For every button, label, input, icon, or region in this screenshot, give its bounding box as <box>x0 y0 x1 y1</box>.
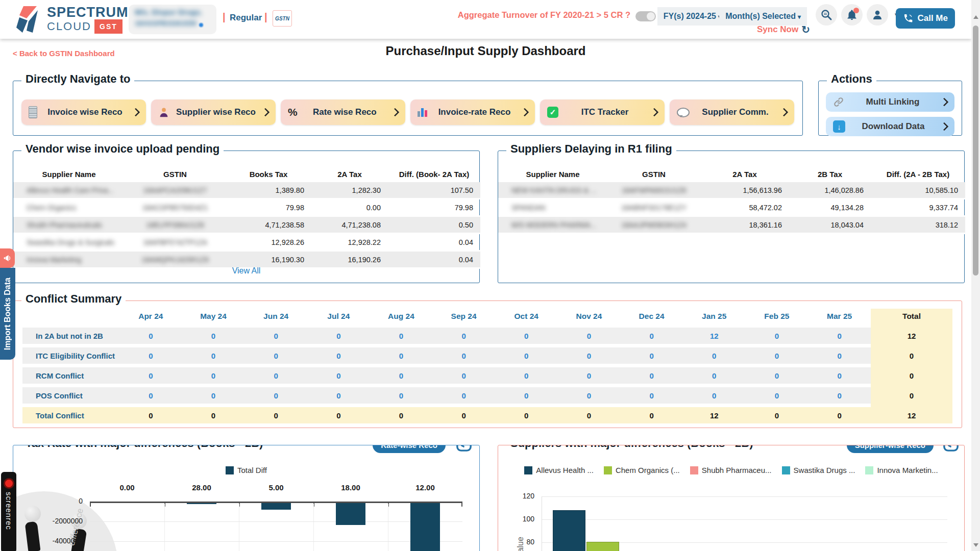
conflict-row-label: ITC Eligibility Conflict <box>22 347 119 364</box>
conflict-value[interactable]: 0 <box>432 328 495 344</box>
conflict-value[interactable]: 0 <box>244 387 307 404</box>
conflict-value[interactable]: 0 <box>119 367 182 384</box>
conflict-value[interactable]: 0 <box>370 328 433 344</box>
conflict-value[interactable]: 0 <box>808 387 871 404</box>
conflict-value[interactable]: 0 <box>182 407 245 423</box>
conflict-value[interactable]: 0 <box>683 347 746 364</box>
notifications-button[interactable] <box>841 4 863 26</box>
conflict-value[interactable]: 0 <box>746 387 808 404</box>
conflict-value[interactable]: 0 <box>683 387 746 404</box>
invoice-nav-button[interactable]: Invoice wise Reco <box>21 99 146 125</box>
search-gstin-button[interactable] <box>816 4 837 26</box>
conflict-value[interactable]: 0 <box>432 347 495 364</box>
conflict-value[interactable]: 0 <box>307 387 370 404</box>
conflict-value[interactable]: 0 <box>620 407 683 423</box>
conflict-value[interactable]: 0 <box>620 387 683 404</box>
conflict-value[interactable]: 12 <box>683 328 746 344</box>
supplier-wise-reco-button[interactable]: Supplier-wise Reco <box>847 445 934 453</box>
diff-value: 0.04 <box>388 234 480 251</box>
download-data-button[interactable]: ↓Download Data <box>826 117 954 136</box>
bar-supplier[interactable] <box>553 510 585 551</box>
conflict-value[interactable]: 0 <box>495 387 558 404</box>
chat-nav-button[interactable]: Supplier Comm. <box>670 99 794 125</box>
bar-28.00[interactable] <box>187 503 216 504</box>
conflict-value[interactable]: 0 <box>683 367 746 384</box>
bar-chart-nav-button[interactable]: Invoice-rate Reco <box>410 99 535 125</box>
conflict-value[interactable]: 0 <box>620 347 683 364</box>
bar-18.00[interactable] <box>336 503 365 525</box>
scrollbar-thumb[interactable] <box>973 26 978 276</box>
export-chart-button[interactable] <box>456 445 472 452</box>
conflict-value[interactable]: 0 <box>495 407 558 423</box>
supplier-nav-button[interactable]: Supplier wise Reco <box>151 99 276 125</box>
conflict-row-label: POS Conflict <box>22 387 119 404</box>
announcements-tab[interactable] <box>0 248 15 268</box>
conflict-value[interactable]: 0 <box>182 367 245 384</box>
conflict-value[interactable]: 0 <box>808 407 871 423</box>
conflict-value[interactable]: 0 <box>244 367 307 384</box>
supplier-name: SPANDAN <box>511 204 546 212</box>
conflict-value[interactable]: 0 <box>746 347 808 364</box>
vertical-scrollbar[interactable] <box>971 0 980 551</box>
check-nav-button[interactable]: ✓ITC Tracker <box>540 99 665 125</box>
conflict-value[interactable]: 0 <box>182 328 245 344</box>
view-all-link[interactable]: View All <box>13 266 479 276</box>
conflict-value[interactable]: 0 <box>558 328 621 344</box>
conflict-value[interactable]: 0 <box>495 347 558 364</box>
conflict-value[interactable]: 0 <box>182 387 245 404</box>
conflict-value[interactable]: 0 <box>244 407 307 423</box>
conflict-value[interactable]: 0 <box>119 407 182 423</box>
conflict-value[interactable]: 0 <box>620 328 683 344</box>
bar-12.00[interactable] <box>410 503 440 551</box>
conflict-value[interactable]: 0 <box>370 347 433 364</box>
scroll-up-arrow-icon[interactable] <box>973 15 978 19</box>
bar-5.00[interactable] <box>261 503 291 510</box>
conflict-value[interactable]: 0 <box>307 328 370 344</box>
conflict-value[interactable]: 0 <box>620 367 683 384</box>
months-select[interactable]: Month(s) Selected▾ <box>719 7 807 26</box>
conflict-value[interactable]: 0 <box>119 328 182 344</box>
conflict-value[interactable]: 0 <box>307 347 370 364</box>
percent-nav-button[interactable]: %Rate wise Reco <box>281 99 405 125</box>
conflict-value[interactable]: 0 <box>244 328 307 344</box>
turnover-toggle[interactable] <box>635 11 656 21</box>
logo-mark-icon <box>15 5 43 34</box>
user-menu-button[interactable] <box>867 4 888 26</box>
conflict-value[interactable]: 12 <box>683 407 746 423</box>
conflict-value[interactable]: 0 <box>558 347 621 364</box>
multi-linking-button[interactable]: Multi Linking <box>826 92 954 112</box>
conflict-value[interactable]: 0 <box>495 367 558 384</box>
conflict-value[interactable]: 0 <box>182 347 245 364</box>
conflict-value[interactable]: 0 <box>746 367 808 384</box>
bar-supplier[interactable] <box>586 542 619 551</box>
conflict-value[interactable]: 0 <box>370 367 433 384</box>
conflict-value[interactable]: 0 <box>244 347 307 364</box>
conflict-value[interactable]: 0 <box>432 387 495 404</box>
call-me-button[interactable]: Call Me <box>896 8 955 29</box>
conflict-value[interactable]: 0 <box>558 367 621 384</box>
scroll-down-arrow-icon[interactable] <box>973 543 978 547</box>
conflict-value[interactable]: 0 <box>808 328 871 344</box>
conflict-value[interactable]: 0 <box>746 328 808 344</box>
conflict-value[interactable]: 0 <box>307 407 370 423</box>
conflict-value[interactable]: 0 <box>808 367 871 384</box>
conflict-value[interactable]: 0 <box>370 387 433 404</box>
conflict-value[interactable]: 0 <box>746 407 808 423</box>
fy-select[interactable]: FY(s) 2024-25▾ <box>657 7 727 26</box>
import-books-data-tab[interactable]: Import Books Data <box>0 268 15 360</box>
conflict-value[interactable]: 0 <box>370 407 433 423</box>
rate-wise-reco-button[interactable]: Rate-wise Reco <box>373 445 446 453</box>
sync-now-button[interactable]: Sync Now↻ <box>757 23 810 36</box>
conflict-value[interactable]: 0 <box>808 347 871 364</box>
conflict-value[interactable]: 0 <box>119 387 182 404</box>
conflict-value[interactable]: 0 <box>432 407 495 423</box>
conflict-value[interactable]: 0 <box>119 347 182 364</box>
conflict-value[interactable]: 0 <box>432 367 495 384</box>
export-chart-button[interactable] <box>943 445 959 452</box>
back-to-gstin-dashboard-link[interactable]: < Back to GSTIN Dashboard <box>13 49 115 58</box>
conflict-value[interactable]: 0 <box>307 367 370 384</box>
column-header: 2A Tax <box>700 166 789 182</box>
conflict-value[interactable]: 0 <box>558 387 621 404</box>
conflict-value[interactable]: 0 <box>495 328 558 344</box>
conflict-value[interactable]: 0 <box>558 407 621 423</box>
